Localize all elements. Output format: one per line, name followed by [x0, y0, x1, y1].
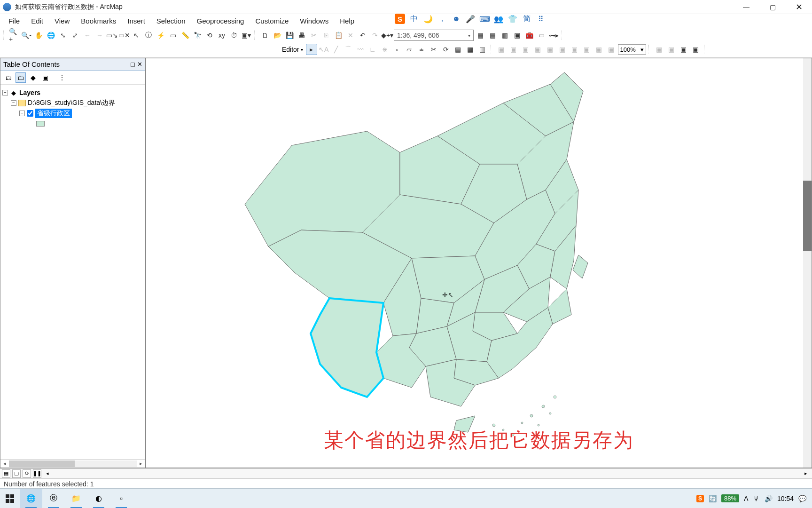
layer-symbol-swatch[interactable]: [36, 121, 45, 127]
tree-layers-root[interactable]: − ◆ Layers: [2, 87, 143, 98]
toolbar-grip[interactable]: [254, 31, 257, 40]
tray-chevron-icon[interactable]: ᐱ: [744, 495, 749, 502]
ime-people-icon[interactable]: 👥: [493, 14, 504, 24]
tray-notification-icon[interactable]: 💬: [798, 495, 806, 502]
georef-10-icon[interactable]: ▣: [606, 44, 617, 55]
data-view-button[interactable]: ▦: [2, 469, 10, 478]
refresh-view-button[interactable]: ⟳: [23, 469, 31, 478]
ime-keyboard-icon[interactable]: ⌨: [479, 14, 490, 24]
copy-icon[interactable]: ⎘: [320, 30, 332, 41]
collapse-icon[interactable]: −: [19, 111, 25, 116]
tray-sogou-icon[interactable]: S: [696, 495, 704, 502]
layout-zoom-input[interactable]: 100% ▾: [618, 44, 646, 55]
scroll-right-icon[interactable]: ▸: [137, 460, 145, 467]
model-builder-icon[interactable]: ⊶▸: [548, 30, 559, 41]
pan-icon[interactable]: ✋: [33, 30, 44, 41]
collapse-icon[interactable]: −: [11, 100, 16, 106]
reshape-icon[interactable]: ⫨: [416, 44, 427, 55]
select-features-icon[interactable]: ▭↘: [106, 30, 117, 41]
tray-sync-icon[interactable]: 🔄: [709, 495, 717, 502]
menu-file[interactable]: File: [3, 16, 25, 26]
hyperlink-icon[interactable]: ⚡: [155, 30, 166, 41]
paste-icon[interactable]: 📋: [333, 30, 344, 41]
fixed-zoom-in-icon[interactable]: ⤡: [57, 30, 69, 41]
ime-toolbar[interactable]: S 中 🌙 ， ☻ 🎤 ⌨ 👥 👕 简 ⠿: [395, 11, 546, 26]
layout-3-icon[interactable]: ▣: [678, 44, 689, 55]
chevron-down-icon[interactable]: ▾: [468, 33, 470, 38]
open-doc-icon[interactable]: 📂: [272, 30, 283, 41]
georef-5-icon[interactable]: ▣: [545, 44, 556, 55]
edit-vertices-icon[interactable]: ▱: [404, 44, 415, 55]
save-icon[interactable]: 💾: [284, 30, 295, 41]
add-data-icon[interactable]: ◆+▾: [382, 30, 393, 41]
toolbar-grip[interactable]: [648, 45, 651, 54]
editor-toolbar-icon[interactable]: ▦: [475, 30, 486, 41]
scroll-left-icon[interactable]: ◂: [0, 460, 9, 467]
trace-icon[interactable]: 〰: [355, 44, 366, 55]
ime-cn-icon[interactable]: 中: [409, 14, 419, 24]
zoom-in-icon[interactable]: 🔍+: [8, 30, 20, 41]
right-angle-icon[interactable]: ∟: [367, 44, 378, 55]
full-extent-icon[interactable]: 🌐: [45, 30, 56, 41]
layout-2-icon[interactable]: ▣: [666, 44, 677, 55]
cut-polygons-icon[interactable]: ✂: [428, 44, 439, 55]
layer-name-label[interactable]: 省级行政区: [35, 109, 72, 118]
find-route-icon[interactable]: ⟲: [204, 30, 215, 41]
list-by-visibility-icon[interactable]: ◆: [28, 72, 38, 83]
menu-view[interactable]: View: [49, 16, 75, 26]
edit-tool-icon[interactable]: ▸: [306, 44, 317, 55]
arctoolbox-icon[interactable]: 🧰: [523, 30, 535, 41]
layout-view-button[interactable]: ▢: [12, 469, 21, 478]
sogou-logo-icon[interactable]: S: [395, 14, 405, 24]
edit-annotation-icon[interactable]: ↖A: [318, 44, 329, 55]
georef-9-icon[interactable]: ▣: [593, 44, 605, 55]
tray-speaker-icon[interactable]: 🔊: [765, 495, 773, 502]
menu-geoprocessing[interactable]: Geoprocessing: [191, 16, 250, 26]
list-by-source-icon[interactable]: 🗀: [16, 72, 26, 83]
layer-visibility-checkbox[interactable]: [27, 110, 33, 117]
endpoint-arc-icon[interactable]: ⌒: [343, 44, 354, 55]
zoom-out-icon[interactable]: 🔍-: [21, 30, 32, 41]
editor-menu[interactable]: Editor ▾: [280, 46, 305, 53]
georef-8-icon[interactable]: ▣: [581, 44, 593, 55]
toolbar-grip[interactable]: [491, 45, 493, 54]
georef-6-icon[interactable]: ▣: [557, 44, 568, 55]
list-by-selection-icon[interactable]: ▣: [40, 72, 50, 83]
tree-data-source[interactable]: − D:\8GIS_study\GIS_data\边界: [11, 98, 143, 108]
taskbar-edge[interactable]: ⓔ: [42, 489, 65, 508]
viewer-window-icon[interactable]: ▣▾: [241, 30, 252, 41]
toolbar-grip[interactable]: [562, 31, 564, 40]
straight-segment-icon[interactable]: ╱: [330, 44, 342, 55]
sketch-properties-icon[interactable]: ▦: [465, 44, 476, 55]
undo-icon[interactable]: ↶: [357, 30, 368, 41]
toc-h-scrollbar[interactable]: ◂ ▸: [0, 459, 145, 468]
scroll-right-icon[interactable]: ▸: [802, 470, 810, 476]
find-icon[interactable]: 🔭: [192, 30, 203, 41]
battery-indicator[interactable]: 88%: [721, 494, 739, 502]
attributes-icon[interactable]: ▤: [453, 44, 464, 55]
forward-extent-icon[interactable]: →: [94, 30, 105, 41]
measure-icon[interactable]: 📏: [180, 30, 191, 41]
ime-menu-icon[interactable]: ⠿: [536, 14, 546, 24]
tree-layer-item[interactable]: − 省级行政区: [19, 108, 143, 119]
taskbar-app-1[interactable]: ◐: [87, 489, 110, 508]
catalog-icon[interactable]: ▥: [499, 30, 510, 41]
menu-windows[interactable]: Windows: [294, 16, 334, 26]
time-slider-icon[interactable]: ⏱: [228, 30, 240, 41]
toc-options-icon[interactable]: ⋮: [57, 72, 67, 83]
toc-close-icon[interactable]: ✕: [137, 61, 142, 68]
minimize-button[interactable]: —: [733, 0, 759, 14]
pause-drawing-button[interactable]: ❚❚: [33, 469, 41, 478]
map-canvas[interactable]: [146, 58, 804, 458]
map-v-scrollbar[interactable]: [803, 58, 812, 468]
midpoint-icon[interactable]: ⋇: [379, 44, 390, 55]
identify-icon[interactable]: ⓘ: [143, 30, 154, 41]
cut-icon[interactable]: ✂: [308, 30, 320, 41]
select-elements-icon[interactable]: ↖: [131, 30, 142, 41]
toolbar-grip[interactable]: [3, 31, 6, 40]
tray-mic-icon[interactable]: 🎙: [753, 495, 760, 502]
fixed-zoom-out-icon[interactable]: ⤢: [70, 30, 81, 41]
menu-insert[interactable]: Insert: [122, 16, 151, 26]
list-by-drawing-order-icon[interactable]: 🗂: [3, 72, 14, 83]
scroll-left-icon[interactable]: ◂: [43, 470, 52, 476]
